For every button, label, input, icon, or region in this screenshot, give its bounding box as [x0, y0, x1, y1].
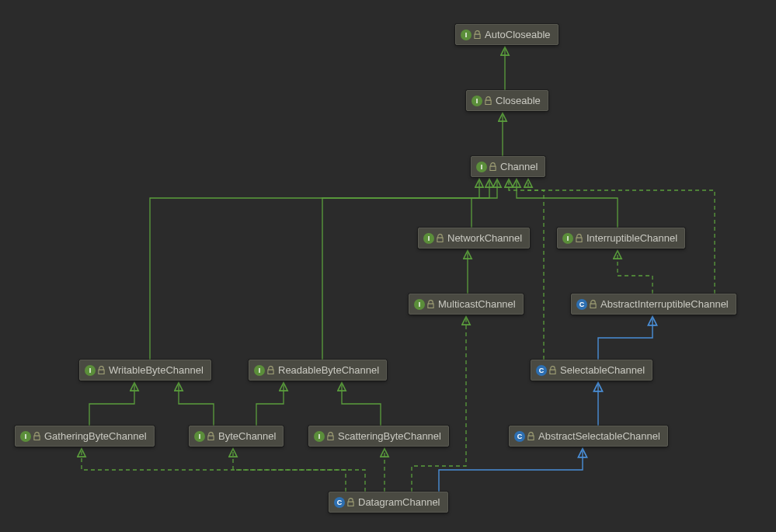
- node-closeable[interactable]: I Closeable: [466, 90, 548, 111]
- node-readablebytechannel[interactable]: I ReadableByteChannel: [249, 360, 387, 381]
- node-selectablechannel[interactable]: C SelectableChannel: [531, 360, 652, 381]
- interface-icon: I: [476, 162, 487, 172]
- node-label: InterruptibleChannel: [586, 232, 677, 244]
- interface-icon: I: [562, 233, 573, 244]
- class-icon: C: [576, 299, 587, 310]
- interface-icon: I: [194, 431, 205, 442]
- node-label: MulticastChannel: [438, 298, 516, 310]
- node-abstractinterruptiblechannel[interactable]: C AbstractInterruptibleChannel: [571, 294, 736, 315]
- class-icon: C: [334, 497, 345, 508]
- node-networkchannel[interactable]: I NetworkChannel: [418, 228, 530, 249]
- lock-icon: [474, 30, 481, 40]
- node-label: Channel: [500, 161, 538, 172]
- interface-icon: I: [254, 365, 265, 376]
- interface-icon: I: [20, 431, 31, 442]
- node-writablebytechannel[interactable]: I WritableByteChannel: [79, 360, 211, 381]
- node-label: AbstractInterruptibleChannel: [600, 298, 729, 310]
- node-interruptiblechannel[interactable]: I InterruptibleChannel: [557, 228, 685, 249]
- lock-icon: [485, 96, 492, 106]
- node-label: Closeable: [496, 95, 541, 106]
- node-multicastchannel[interactable]: I MulticastChannel: [409, 294, 524, 315]
- lock-icon: [207, 432, 214, 441]
- node-gatheringbytechannel[interactable]: I GatheringByteChannel: [15, 426, 155, 447]
- node-datagramchannel[interactable]: C DatagramChannel: [329, 492, 448, 513]
- node-autocloseable[interactable]: I AutoCloseable: [455, 24, 559, 45]
- node-abstractselectablechannel[interactable]: C AbstractSelectableChannel: [509, 426, 668, 447]
- node-label: GatheringByteChannel: [44, 430, 147, 442]
- edges-layer: [0, 0, 776, 532]
- node-label: ScatteringByteChannel: [338, 430, 441, 442]
- interface-icon: I: [472, 96, 482, 106]
- interface-icon: I: [314, 431, 325, 442]
- interface-icon: I: [423, 233, 434, 244]
- node-label: ReadableByteChannel: [278, 364, 379, 376]
- class-icon: C: [514, 431, 525, 442]
- interface-icon: I: [85, 365, 96, 376]
- interface-icon: I: [461, 30, 472, 40]
- node-label: NetworkChannel: [447, 232, 522, 244]
- lock-icon: [98, 366, 105, 375]
- node-label: DatagramChannel: [358, 496, 440, 508]
- lock-icon: [327, 432, 334, 441]
- lock-icon: [347, 498, 354, 507]
- class-icon: C: [536, 365, 547, 376]
- diagram-canvas: I AutoCloseable I Closeable I Channel I …: [0, 0, 776, 532]
- node-label: WritableByteChannel: [109, 364, 204, 376]
- lock-icon: [267, 366, 274, 375]
- node-bytechannel[interactable]: I ByteChannel: [189, 426, 284, 447]
- node-label: ByteChannel: [218, 430, 276, 442]
- lock-icon: [527, 432, 534, 441]
- lock-icon: [33, 432, 40, 441]
- lock-icon: [437, 234, 444, 243]
- node-label: SelectableChannel: [560, 364, 645, 376]
- lock-icon: [427, 300, 434, 309]
- lock-icon: [576, 234, 583, 243]
- lock-icon: [549, 366, 556, 375]
- node-scatteringbytechannel[interactable]: I ScatteringByteChannel: [308, 426, 449, 447]
- lock-icon: [590, 300, 597, 309]
- node-label: AutoCloseable: [485, 29, 551, 40]
- node-label: AbstractSelectableChannel: [538, 430, 660, 442]
- interface-icon: I: [414, 299, 425, 310]
- node-channel[interactable]: I Channel: [471, 156, 545, 177]
- lock-icon: [489, 162, 496, 172]
